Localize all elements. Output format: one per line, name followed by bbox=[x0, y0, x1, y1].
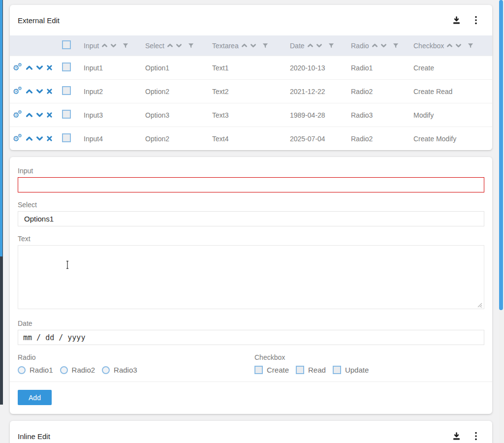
radio-icon[interactable] bbox=[18, 366, 26, 374]
column-label: Textarea bbox=[212, 42, 239, 50]
cell-radio: Radio2 bbox=[351, 135, 413, 143]
cell-textarea: Text2 bbox=[212, 88, 290, 95]
cell-input: Input4 bbox=[84, 135, 145, 143]
input-field[interactable] bbox=[18, 177, 484, 192]
delete-x-icon[interactable] bbox=[46, 112, 53, 118]
sort-asc-icon[interactable] bbox=[307, 42, 314, 49]
table-row: ⚙⚙ Input4 Option2 Text4 2025-07-04 Radio… bbox=[10, 127, 492, 150]
move-up-icon[interactable] bbox=[26, 88, 33, 95]
row-checkbox[interactable] bbox=[62, 63, 71, 71]
filter-icon[interactable] bbox=[393, 43, 399, 49]
settings-icon[interactable]: ⚙⚙ bbox=[13, 134, 23, 143]
row-checkbox[interactable] bbox=[62, 110, 71, 119]
radio-option[interactable]: Radio1 bbox=[18, 366, 53, 374]
delete-x-icon[interactable] bbox=[46, 88, 53, 95]
checkbox-option[interactable]: Create bbox=[254, 366, 289, 374]
move-up-icon[interactable] bbox=[26, 135, 33, 142]
inline-edit-card: Inline Edit bbox=[10, 421, 492, 443]
card-title: Inline Edit bbox=[18, 432, 451, 441]
radio-option-label: Radio1 bbox=[30, 366, 53, 374]
input-label: Input bbox=[18, 167, 484, 175]
move-down-icon[interactable] bbox=[36, 88, 43, 95]
select-all-checkbox[interactable] bbox=[62, 40, 71, 49]
date-field[interactable] bbox=[18, 330, 484, 345]
add-button[interactable]: Add bbox=[18, 390, 52, 405]
checkbox-option[interactable]: Update bbox=[333, 366, 369, 374]
checkbox-option-label: Create bbox=[267, 366, 289, 374]
sort-desc-icon[interactable] bbox=[455, 42, 462, 49]
settings-icon[interactable]: ⚙⚙ bbox=[13, 87, 23, 96]
settings-icon[interactable]: ⚙⚙ bbox=[13, 63, 23, 72]
sort-asc-icon[interactable] bbox=[101, 42, 108, 49]
move-up-icon[interactable] bbox=[26, 111, 33, 119]
sort-asc-icon[interactable] bbox=[446, 42, 453, 49]
radio-option[interactable]: Radio3 bbox=[102, 366, 137, 374]
cell-checkbox: Create bbox=[413, 64, 492, 72]
more-menu-button[interactable] bbox=[473, 15, 478, 26]
table-row: ⚙⚙ Input1 Option1 Text1 2020-10-13 Radio… bbox=[10, 56, 492, 79]
column-label: Date bbox=[290, 42, 305, 50]
row-checkbox[interactable] bbox=[62, 133, 71, 142]
column-header-radio: Radio bbox=[351, 42, 413, 50]
filter-icon[interactable] bbox=[328, 43, 334, 49]
settings-icon[interactable]: ⚙⚙ bbox=[13, 111, 23, 120]
checkbox-icon[interactable] bbox=[296, 366, 304, 374]
delete-x-icon[interactable] bbox=[46, 135, 53, 142]
cell-textarea: Text4 bbox=[212, 135, 290, 143]
sort-asc-icon[interactable] bbox=[167, 42, 173, 49]
checkbox-option[interactable]: Read bbox=[296, 366, 326, 374]
kebab-menu-icon bbox=[474, 16, 477, 25]
select-group: Select Options1 bbox=[18, 201, 484, 226]
download-button[interactable] bbox=[451, 15, 462, 26]
radio-option[interactable]: Radio2 bbox=[60, 366, 95, 374]
column-label: Radio bbox=[351, 42, 369, 50]
left-scrollbar-thumb[interactable] bbox=[0, 0, 2, 256]
move-down-icon[interactable] bbox=[36, 135, 43, 142]
text-field[interactable] bbox=[18, 245, 484, 309]
row-actions: ⚙⚙ bbox=[10, 134, 57, 143]
filter-icon[interactable] bbox=[262, 43, 268, 49]
row-actions: ⚙⚙ bbox=[10, 63, 57, 72]
radio-option-label: Radio3 bbox=[114, 366, 137, 374]
cell-select: Option2 bbox=[145, 135, 212, 143]
right-scrollbar-thumb[interactable] bbox=[499, 0, 503, 310]
sort-desc-icon[interactable] bbox=[380, 42, 387, 49]
radio-icon[interactable] bbox=[102, 366, 110, 374]
cell-input: Input2 bbox=[84, 88, 145, 95]
radio-icon[interactable] bbox=[60, 366, 68, 374]
checkbox-icon[interactable] bbox=[333, 366, 341, 374]
more-menu-button[interactable] bbox=[473, 431, 478, 442]
text-label: Text bbox=[18, 235, 484, 243]
move-down-icon[interactable] bbox=[36, 64, 43, 71]
download-button[interactable] bbox=[451, 431, 462, 442]
move-up-icon[interactable] bbox=[26, 64, 33, 71]
filter-icon[interactable] bbox=[468, 43, 473, 49]
select-field[interactable]: Options1 bbox=[18, 211, 484, 226]
download-icon bbox=[452, 432, 461, 441]
text-group: Text bbox=[18, 235, 484, 311]
cell-textarea: Text3 bbox=[212, 111, 290, 119]
sort-desc-icon[interactable] bbox=[176, 42, 182, 49]
column-header-date: Date bbox=[290, 42, 351, 50]
delete-x-icon[interactable] bbox=[46, 64, 53, 71]
filter-icon[interactable] bbox=[188, 43, 194, 49]
sort-asc-icon[interactable] bbox=[241, 42, 248, 49]
move-down-icon[interactable] bbox=[36, 111, 43, 119]
radio-group: Radio Radio1 Radio2 Radio3 bbox=[18, 353, 254, 374]
sort-desc-icon[interactable] bbox=[250, 42, 256, 49]
checkbox-icon[interactable] bbox=[254, 366, 263, 374]
select-label: Select bbox=[18, 201, 484, 209]
external-edit-header: External Edit bbox=[10, 5, 492, 35]
resize-grip-icon[interactable] bbox=[476, 301, 483, 308]
add-record-form-card: Input Select Options1 Text Date Radio bbox=[10, 157, 492, 414]
inline-edit-header: Inline Edit bbox=[10, 421, 492, 443]
sort-desc-icon[interactable] bbox=[316, 42, 322, 49]
filter-icon[interactable] bbox=[123, 43, 128, 49]
input-group: Input bbox=[18, 167, 484, 192]
date-group: Date bbox=[18, 319, 484, 345]
column-header-input: Input bbox=[84, 42, 145, 50]
row-checkbox[interactable] bbox=[62, 86, 71, 95]
text-cursor-icon bbox=[65, 260, 70, 269]
sort-desc-icon[interactable] bbox=[110, 42, 117, 49]
sort-asc-icon[interactable] bbox=[372, 42, 378, 49]
